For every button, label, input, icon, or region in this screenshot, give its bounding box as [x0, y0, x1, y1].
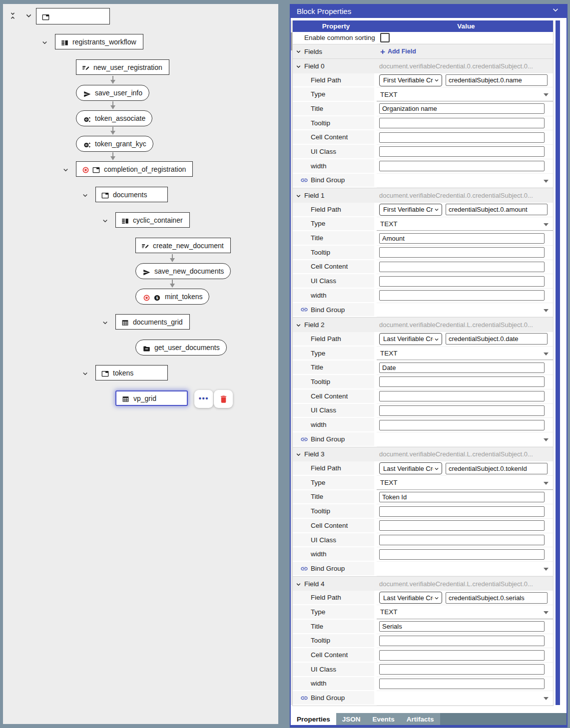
cell-content-input[interactable]	[379, 391, 545, 401]
collapse-all-icon[interactable]	[7, 10, 18, 21]
ui-class-input[interactable]	[379, 276, 545, 287]
dropdown-caret-icon[interactable]	[544, 223, 549, 226]
field-path-scope-select[interactable]: Last Verifiable Cre	[379, 462, 442, 474]
folder-icon	[143, 344, 150, 352]
cell-content-input[interactable]	[379, 262, 545, 272]
add-field-button[interactable]: +Add Field	[380, 47, 416, 56]
dropdown-caret-icon[interactable]	[544, 93, 549, 96]
delete-block-button[interactable]	[214, 390, 233, 408]
title-input[interactable]	[379, 492, 545, 502]
dropdown-caret-icon[interactable]	[544, 482, 549, 485]
chevron-down-icon[interactable]	[61, 165, 70, 174]
tooltip-input[interactable]	[379, 636, 545, 646]
chevron-down-icon[interactable]	[81, 369, 89, 377]
title-input[interactable]	[379, 233, 545, 244]
tree-item-documents[interactable]: documents	[95, 187, 168, 202]
dropdown-caret-icon[interactable]	[544, 438, 549, 441]
tooltip-input[interactable]	[379, 376, 545, 387]
field-path-input[interactable]	[446, 74, 548, 86]
type-select[interactable]: TEXT	[377, 605, 553, 620]
chevron-down-icon[interactable]	[40, 38, 49, 46]
chevron-down-icon[interactable]	[295, 192, 302, 199]
dropdown-caret-icon[interactable]	[544, 309, 549, 312]
chevron-down-icon[interactable]	[101, 318, 109, 327]
field-path-scope-select[interactable]: Last Verifiable Cre	[379, 592, 442, 604]
tree-item-token_associate[interactable]: token_associate	[76, 110, 152, 126]
tab-json[interactable]: JSON	[336, 713, 367, 725]
tab-events[interactable]: Events	[367, 713, 401, 725]
title-input[interactable]	[379, 103, 545, 114]
tree-item-token_grant_kyc[interactable]: token_grant_kyc	[76, 136, 153, 152]
tree-item-cyclic_container[interactable]: cyclic_container	[115, 212, 190, 228]
tree-item-completion_of_registration[interactable]: completion_of_registration	[76, 161, 193, 177]
tab-properties[interactable]: Properties	[291, 713, 336, 725]
tree-item-registrants_workflow[interactable]: registrants_workflow	[55, 34, 143, 49]
ui-class-input[interactable]	[379, 146, 545, 157]
cell-content-input[interactable]	[379, 650, 545, 661]
chevron-down-icon[interactable]	[295, 580, 302, 588]
field-path-input[interactable]	[446, 204, 548, 215]
enable-common-sorting-checkbox[interactable]	[380, 33, 390, 42]
tree-item-save_new_documents[interactable]: save_new_documents	[135, 263, 231, 279]
tree-item-vp_grid[interactable]: vp_grid	[115, 390, 188, 406]
field-path-scope-select[interactable]: First Verifiable Cre	[379, 204, 442, 216]
chevron-down-icon[interactable]	[551, 5, 561, 17]
tree-item-root[interactable]	[36, 8, 110, 24]
bind-group-select[interactable]	[377, 174, 553, 188]
chevron-down-icon[interactable]	[295, 450, 302, 458]
tree-item-documents_grid[interactable]: documents_grid	[115, 314, 190, 330]
field-path-input[interactable]	[446, 333, 548, 345]
block-properties-header[interactable]: Block Properties	[291, 4, 567, 18]
ui-class-input[interactable]	[379, 405, 545, 416]
chevron-down-icon[interactable]	[23, 10, 34, 21]
width-input[interactable]	[379, 549, 545, 560]
tooltip-input[interactable]	[379, 118, 545, 128]
tooltip-input[interactable]	[379, 506, 545, 517]
tree-item-new_user_registration[interactable]: new_user_registration	[76, 59, 169, 75]
width-input[interactable]	[379, 161, 545, 171]
type-select[interactable]: TEXT	[377, 217, 553, 232]
field-path-input[interactable]	[446, 463, 548, 474]
field-path-scope-select[interactable]: Last Verifiable Cre	[379, 333, 442, 345]
tree-item-create_new_document[interactable]: create_new_document	[135, 238, 231, 253]
cell-content-input[interactable]	[379, 520, 545, 531]
title-input[interactable]	[379, 363, 545, 373]
tree-item-mint_tokens[interactable]: $mint_tokens	[135, 289, 209, 305]
chevron-down-icon[interactable]	[295, 48, 302, 55]
tab-artifacts[interactable]: Artifacts	[401, 713, 440, 725]
chevron-down-icon[interactable]	[295, 62, 302, 70]
chevron-down-icon[interactable]	[295, 321, 302, 329]
width-input[interactable]	[379, 679, 545, 689]
width-input[interactable]	[379, 290, 545, 301]
chevron-down-icon[interactable]	[81, 191, 89, 199]
dropdown-caret-icon[interactable]	[544, 568, 549, 571]
chevron-down-icon[interactable]	[101, 216, 109, 225]
bind-group-select[interactable]	[377, 303, 553, 318]
more-options-button[interactable]: •••	[194, 390, 213, 408]
dropdown-caret-icon[interactable]	[544, 697, 549, 700]
tree-item-get_user_documents[interactable]: get_user_documents	[135, 340, 227, 356]
title-input[interactable]	[379, 621, 545, 632]
field-path-scope-select[interactable]: First Verifiable Cre	[379, 74, 442, 86]
bind-group-select[interactable]	[377, 432, 553, 447]
dropdown-caret-icon[interactable]	[544, 611, 549, 614]
bind-group-select[interactable]	[377, 562, 553, 576]
ui-class-input[interactable]	[379, 535, 545, 545]
row-value	[377, 547, 553, 562]
properties-scrollbar-right[interactable]	[556, 20, 560, 705]
tooltip-input[interactable]	[379, 247, 545, 258]
tree-item-tokens[interactable]: tokens	[95, 365, 168, 380]
type-select[interactable]: TEXT	[377, 87, 553, 102]
width-input[interactable]	[379, 420, 545, 430]
field-1-summary: document.verifiableCredential.0.credenti…	[379, 192, 533, 199]
bind-group-select[interactable]	[377, 691, 553, 706]
tree-item-save_user_info[interactable]: save_user_info	[76, 85, 149, 101]
field-path-input[interactable]	[446, 592, 548, 604]
dropdown-caret-icon[interactable]	[544, 353, 549, 356]
cell-content-input[interactable]	[379, 132, 545, 143]
type-select[interactable]: TEXT	[377, 476, 553, 490]
send-icon	[143, 268, 150, 275]
ui-class-input[interactable]	[379, 664, 545, 675]
dropdown-caret-icon[interactable]	[544, 180, 549, 183]
type-select[interactable]: TEXT	[377, 347, 553, 361]
